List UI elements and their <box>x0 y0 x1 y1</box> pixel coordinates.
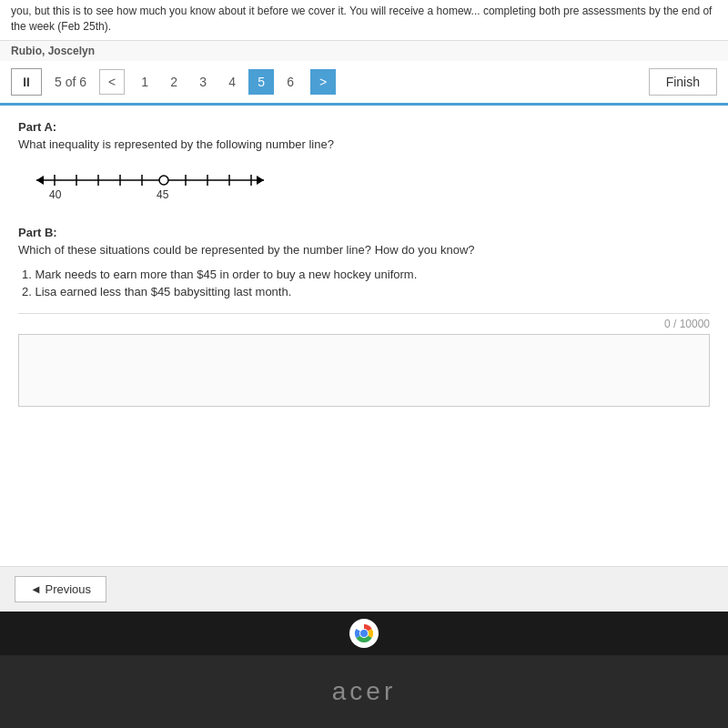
user-label: Rubio, Joscelyn <box>0 41 728 61</box>
finish-button[interactable]: Finish <box>649 68 717 96</box>
chrome-icon <box>349 619 379 648</box>
bottom-bar: acer <box>0 655 728 728</box>
svg-point-18 <box>360 630 368 637</box>
pause-icon: ⏸ <box>20 75 33 89</box>
answer-counter: 0 / 10000 <box>18 313 710 330</box>
part-a-label: Part A: <box>18 120 710 134</box>
page-indicator: 5 of 6 <box>55 75 86 89</box>
nav-bar: ⏸ 5 of 6 < 1 2 3 4 5 6 > Finish <box>0 61 728 106</box>
page-num-3[interactable]: 3 <box>190 69 216 95</box>
content-area: Part A: What inequality is represented b… <box>0 106 728 566</box>
svg-point-8 <box>159 176 168 185</box>
pause-button[interactable]: ⏸ <box>11 68 42 96</box>
header-text: you, but this is to see how much you kno… <box>0 0 728 41</box>
answer-textarea[interactable] <box>18 334 710 407</box>
number-line-container: 40 45 <box>27 162 710 207</box>
svg-text:45: 45 <box>157 188 169 201</box>
page-num-6[interactable]: 6 <box>278 69 303 95</box>
part-a-question: What inequality is represented by the fo… <box>18 137 710 151</box>
chevron-left-icon: < <box>108 75 116 89</box>
acer-logo: acer <box>332 677 396 706</box>
previous-button[interactable]: ◄ Previous <box>15 576 106 602</box>
prev-arrow-button[interactable]: < <box>99 69 125 95</box>
part-b-question: Which of these situations could be repre… <box>18 243 710 257</box>
number-line-svg: 40 45 <box>27 162 282 207</box>
option-1: 1. Mark needs to earn more than $45 in o… <box>22 268 710 281</box>
svg-marker-1 <box>36 176 44 185</box>
page-num-4[interactable]: 4 <box>219 69 245 95</box>
page-num-1[interactable]: 1 <box>132 69 157 95</box>
page-num-2[interactable]: 2 <box>161 69 187 95</box>
option-2: 2. Lisa earned less than $45 babysitting… <box>22 285 710 298</box>
svg-text:40: 40 <box>49 188 62 201</box>
chevron-right-icon: > <box>319 75 327 89</box>
part-b-label: Part B: <box>18 226 710 239</box>
page-num-5[interactable]: 5 <box>248 69 274 95</box>
taskbar <box>0 612 728 655</box>
bottom-nav: ◄ Previous <box>0 566 728 612</box>
options-list: 1. Mark needs to earn more than $45 in o… <box>18 268 710 298</box>
page-numbers: 1 2 3 4 5 6 <box>132 69 303 95</box>
svg-marker-2 <box>257 176 264 185</box>
next-arrow-button[interactable]: > <box>310 69 336 95</box>
